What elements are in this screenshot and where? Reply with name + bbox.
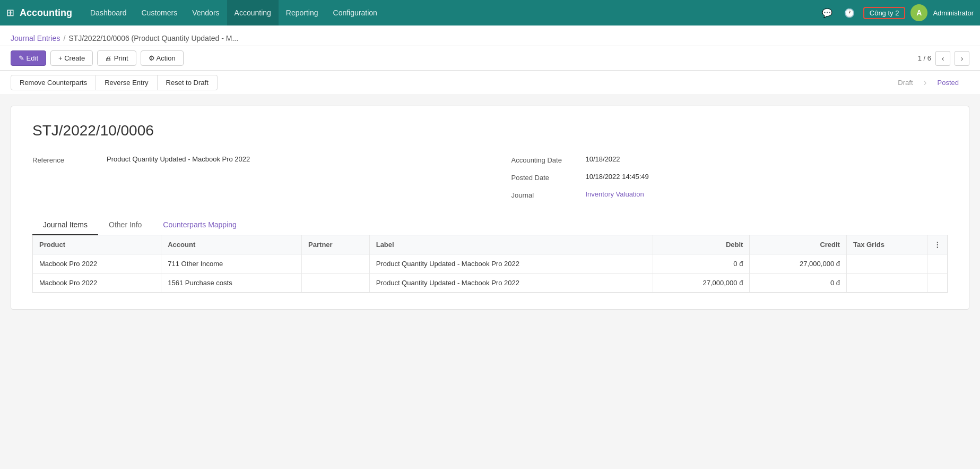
reference-field: Reference Product Quantity Updated - Mac… [32,155,490,164]
col-debit: Debit [653,235,750,254]
table: Product Account Partner Label Debit Cred… [33,235,947,293]
nav-vendors[interactable]: Vendors [185,0,227,25]
journal-items-table: Product Account Partner Label Debit Cred… [32,235,948,293]
topnav-right: 💬 🕐 Công ty 2 A Administrator [819,4,974,21]
breadcrumb: Journal Entries / STJ/2022/10/0006 (Prod… [11,31,969,46]
main-content: STJ/2022/10/0006 Reference Product Quant… [0,95,980,320]
toolbar: ✎ Edit + Create 🖨 Print ⚙ Action 1 / 6 ‹… [0,46,980,71]
nav-accounting[interactable]: Accounting [227,0,279,25]
row1-account: 711 Other Income [161,254,302,274]
clock-icon[interactable]: 🕐 [841,4,858,21]
chat-icon[interactable]: 💬 [819,4,836,21]
nav-reporting[interactable]: Reporting [279,0,326,25]
pagination-next[interactable]: › [955,51,969,66]
print-button[interactable]: 🖨 Print [97,50,136,66]
row1-label: Product Quantity Updated - Macbook Pro 2… [369,254,653,274]
record-card: STJ/2022/10/0006 Reference Product Quant… [11,106,969,310]
col-credit: Credit [750,235,847,254]
status-steps: Draft › Posted [887,76,969,89]
brand-label: Accounting [20,7,72,19]
user-label[interactable]: Administrator [933,9,974,17]
top-menu: Dashboard Customers Vendors Accounting R… [83,0,819,25]
company-selector[interactable]: Công ty 2 [863,7,906,19]
journal-value[interactable]: Inventory Valuation [586,190,948,198]
grid-icon[interactable]: ⊞ [6,7,14,19]
remove-counterparts-button[interactable]: Remove Counterparts [11,75,96,90]
status-bar: Remove Counterparts Reverse Entry Reset … [0,71,980,95]
row1-menu [927,254,948,274]
table-row: Macbook Pro 2022 711 Other Income Produc… [33,254,947,274]
pagination-label: 1 / 6 [918,54,931,62]
nav-customers[interactable]: Customers [134,0,185,25]
posted-date-label: Posted Date [511,173,586,182]
row1-tax-grids [846,254,927,274]
row2-credit: 0 đ [750,274,847,293]
row1-credit: 27,000,000 đ [750,254,847,274]
avatar[interactable]: A [910,4,927,21]
accounting-date-label: Accounting Date [511,155,586,164]
row2-tax-grids [846,274,927,293]
edit-button[interactable]: ✎ Edit [11,50,46,66]
form-right: Accounting Date 10/18/2022 Posted Date 1… [490,155,948,199]
row1-debit: 0 đ [653,254,750,274]
tab-other-info[interactable]: Other Info [98,215,152,235]
create-button[interactable]: + Create [50,50,93,66]
row2-account: 1561 Purchase costs [161,274,302,293]
breadcrumb-parent[interactable]: Journal Entries [11,34,60,42]
accounting-date-value: 10/18/2022 [586,155,948,163]
table-row: Macbook Pro 2022 1561 Purchase costs Pro… [33,274,947,293]
row2-product: Macbook Pro 2022 [33,274,161,293]
col-menu[interactable]: ⋮ [927,235,948,254]
tab-counterparts-mapping[interactable]: Counterparts Mapping [152,215,247,235]
reverse-entry-button[interactable]: Reverse Entry [96,75,157,90]
tabs: Journal Items Other Info Counterparts Ma… [32,215,948,235]
pagination: 1 / 6 ‹ › [918,51,969,66]
posted-date-value: 10/18/2022 14:45:49 [586,173,948,181]
row2-label: Product Quantity Updated - Macbook Pro 2… [369,274,653,293]
status-draft[interactable]: Draft [887,76,923,89]
pagination-prev[interactable]: ‹ [935,51,950,66]
row1-partner [302,254,370,274]
status-actions: Remove Counterparts Reverse Entry Reset … [11,75,218,90]
col-partner: Partner [302,235,370,254]
breadcrumb-current: STJ/2022/10/0006 (Product Quantity Updat… [68,34,238,42]
table-body: Macbook Pro 2022 711 Other Income Produc… [33,254,947,293]
row2-debit: 27,000,000 đ [653,274,750,293]
reference-label: Reference [32,155,107,164]
col-tax-grids: Tax Grids [846,235,927,254]
form-grid: Reference Product Quantity Updated - Mac… [32,155,948,199]
nav-dashboard[interactable]: Dashboard [83,0,134,25]
journal-field: Journal Inventory Valuation [511,190,948,199]
accounting-date-field: Accounting Date 10/18/2022 [511,155,948,164]
nav-configuration[interactable]: Configuration [326,0,385,25]
row2-menu [927,274,948,293]
record-title: STJ/2022/10/0006 [32,122,948,139]
journal-label: Journal [511,190,586,199]
form-left: Reference Product Quantity Updated - Mac… [32,155,490,199]
col-account: Account [161,235,302,254]
status-posted[interactable]: Posted [927,76,969,89]
col-label: Label [369,235,653,254]
reference-value: Product Quantity Updated - Macbook Pro 2… [107,155,490,163]
breadcrumb-separator: / [63,34,65,42]
posted-date-field: Posted Date 10/18/2022 14:45:49 [511,173,948,182]
top-navigation: ⊞ Accounting Dashboard Customers Vendors… [0,0,980,25]
table-header: Product Account Partner Label Debit Cred… [33,235,947,254]
page-header: Journal Entries / STJ/2022/10/0006 (Prod… [0,25,980,46]
row1-product: Macbook Pro 2022 [33,254,161,274]
row2-partner [302,274,370,293]
action-button[interactable]: ⚙ Action [141,50,184,66]
reset-to-draft-button[interactable]: Reset to Draft [158,75,218,90]
tab-journal-items[interactable]: Journal Items [32,215,98,235]
col-product: Product [33,235,161,254]
